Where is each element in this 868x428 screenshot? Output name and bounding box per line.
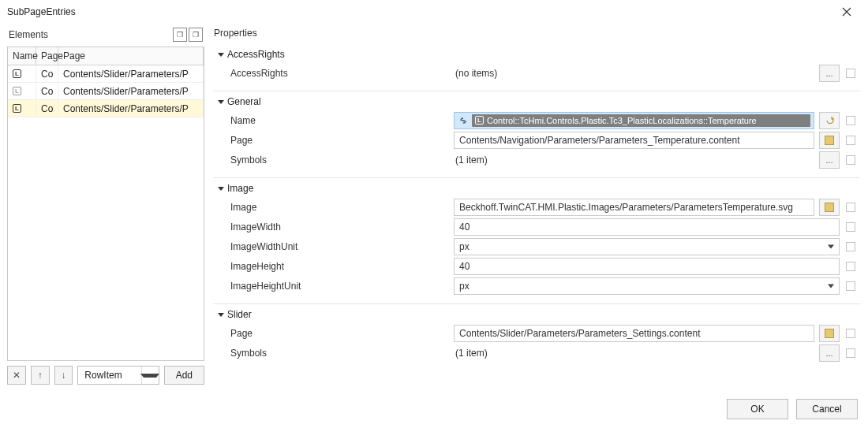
group-head-image[interactable]: Image bbox=[213, 180, 860, 197]
general-page-browse-button[interactable] bbox=[819, 132, 840, 149]
slider-page-browse-button[interactable] bbox=[819, 325, 840, 342]
group-head-general[interactable]: General bbox=[213, 93, 860, 110]
prop-name: Name Control::TcHmi.Controls.Plastic.Tc3… bbox=[213, 110, 860, 130]
grid-body: CoContents/Slider/Parameters/PCoContents… bbox=[8, 65, 204, 360]
elements-header-btn-2[interactable]: ❐ bbox=[189, 28, 203, 42]
imageheightunit-reset-check[interactable] bbox=[846, 281, 855, 291]
image-input[interactable] bbox=[454, 199, 814, 216]
slider-symbols-reset-check[interactable] bbox=[846, 348, 855, 358]
slider-symbols-ellipsis-button[interactable]: ... bbox=[819, 344, 840, 362]
chevron-down-icon bbox=[141, 367, 159, 384]
elements-label: Elements bbox=[9, 29, 48, 40]
prop-label-accessrights: AccessRights bbox=[230, 68, 447, 79]
row-col-path: Contents/Slider/Parameters/P bbox=[58, 65, 204, 82]
chevron-down-icon bbox=[828, 244, 834, 248]
accessrights-reset-check[interactable] bbox=[846, 69, 855, 78]
close-icon bbox=[842, 7, 851, 17]
imagewidthunit-reset-check[interactable] bbox=[846, 242, 855, 251]
group-general: General Name Control::TcHmi.Controls.Pla… bbox=[213, 91, 860, 177]
accessrights-ellipsis-button[interactable]: ... bbox=[819, 65, 840, 82]
dialog-footer: OK Cancel bbox=[1, 391, 867, 427]
prop-label-imagewidth: ImageWidth bbox=[230, 221, 447, 233]
grid-header-page-1[interactable]: Page bbox=[36, 47, 58, 65]
prop-label-general-symbols: Symbols bbox=[230, 154, 447, 166]
remove-button[interactable]: ✕ bbox=[7, 366, 26, 385]
table-row[interactable]: CoContents/Slider/Parameters/P bbox=[8, 65, 204, 83]
properties-label: Properties bbox=[214, 28, 257, 39]
row-col-code: Co bbox=[36, 83, 58, 99]
chevron-down-icon bbox=[218, 100, 224, 104]
image-browse-button[interactable] bbox=[819, 199, 840, 216]
move-up-button[interactable]: ↑ bbox=[31, 366, 50, 385]
grid-header-page-2[interactable]: Page bbox=[58, 47, 204, 65]
row-col-path: Contents/Slider/Parameters/P bbox=[58, 100, 204, 117]
prop-imagewidthunit: ImageWidthUnit px bbox=[213, 236, 860, 256]
window-title: SubPageEntries bbox=[7, 6, 832, 17]
image-reset-check[interactable] bbox=[846, 203, 855, 212]
prop-imageheight: ImageHeight bbox=[213, 256, 860, 276]
add-button[interactable]: Add bbox=[164, 366, 204, 385]
move-down-button[interactable]: ↓ bbox=[54, 366, 73, 385]
elements-header-btn-1[interactable]: ❐ bbox=[173, 28, 187, 42]
table-row[interactable]: CoContents/Slider/Parameters/P bbox=[8, 83, 204, 100]
name-reset-button[interactable] bbox=[819, 112, 840, 129]
imagewidth-reset-check[interactable] bbox=[846, 222, 855, 232]
group-title-accessrights: AccessRights bbox=[227, 49, 285, 60]
cancel-button[interactable]: Cancel bbox=[796, 399, 858, 419]
group-title-slider: Slider bbox=[227, 309, 252, 320]
imageheight-reset-check[interactable] bbox=[846, 262, 855, 271]
elements-panel: Elements ❐ ❐ Name Page Page CoContents/S… bbox=[7, 23, 204, 385]
prop-label-imageheight: ImageHeight bbox=[230, 261, 447, 272]
name-localized-input[interactable]: Control::TcHmi.Controls.Plastic.Tc3_Plas… bbox=[454, 112, 814, 129]
prop-label-general-page: Page bbox=[230, 135, 447, 146]
localization-icon bbox=[13, 69, 21, 78]
imagewidthunit-value: px bbox=[459, 241, 470, 252]
prop-image: Image bbox=[213, 197, 860, 217]
slider-page-input[interactable] bbox=[454, 325, 814, 342]
imagewidthunit-select[interactable]: px bbox=[454, 238, 840, 255]
elements-toolbar: ✕ ↑ ↓ RowItem Add bbox=[7, 366, 204, 385]
folder-icon bbox=[825, 136, 834, 145]
prop-label-name: Name bbox=[230, 115, 447, 126]
ok-button[interactable]: OK bbox=[727, 399, 788, 419]
chevron-down-icon bbox=[218, 313, 224, 317]
window-close-button[interactable] bbox=[832, 2, 861, 21]
folder-icon bbox=[825, 203, 834, 212]
prop-label-imageheightunit: ImageHeightUnit bbox=[230, 281, 447, 292]
general-page-reset-check[interactable] bbox=[846, 136, 855, 145]
prop-imagewidth: ImageWidth bbox=[213, 217, 860, 236]
properties-list: AccessRights AccessRights (no items) ... bbox=[212, 43, 861, 385]
imagewidth-input[interactable] bbox=[454, 218, 840, 236]
group-title-image: Image bbox=[227, 183, 253, 194]
slider-page-reset-check[interactable] bbox=[846, 329, 855, 338]
localization-icon bbox=[13, 87, 21, 95]
localization-icon bbox=[13, 104, 21, 113]
prop-label-slider-page: Page bbox=[230, 328, 447, 339]
chevron-down-icon bbox=[218, 187, 224, 191]
properties-header: Properties bbox=[212, 23, 861, 43]
table-row[interactable]: CoContents/Slider/Parameters/P bbox=[8, 100, 204, 117]
row-type-combo[interactable]: RowItem bbox=[77, 366, 159, 385]
chevron-down-icon bbox=[218, 53, 224, 57]
properties-panel: Properties AccessRights AccessRights (no… bbox=[212, 23, 861, 385]
prop-accessrights: AccessRights (no items) ... bbox=[213, 63, 860, 83]
reset-icon bbox=[825, 115, 835, 125]
general-page-input[interactable] bbox=[454, 132, 814, 149]
prop-label-imagewidthunit: ImageWidthUnit bbox=[230, 241, 447, 252]
general-symbols-ellipsis-button[interactable]: ... bbox=[819, 151, 840, 169]
chevron-down-icon bbox=[828, 284, 834, 288]
prop-slider-symbols: Symbols (1 item) ... bbox=[213, 343, 860, 363]
dialog-window: SubPageEntries Elements ❐ ❐ Name Page Pa… bbox=[0, 0, 868, 428]
grid-header-name[interactable]: Name bbox=[8, 47, 36, 65]
group-head-accessrights[interactable]: AccessRights bbox=[213, 46, 860, 63]
name-value: Control::TcHmi.Controls.Plastic.Tc3_Plas… bbox=[487, 116, 757, 125]
prop-value-accessrights: (no items) bbox=[454, 68, 814, 79]
name-reset-check[interactable] bbox=[846, 116, 855, 125]
folder-icon bbox=[825, 329, 834, 338]
group-head-slider[interactable]: Slider bbox=[213, 306, 860, 323]
imageheightunit-select[interactable]: px bbox=[454, 277, 840, 295]
imageheight-input[interactable] bbox=[454, 258, 840, 275]
row-type-combo-value: RowItem bbox=[78, 370, 128, 381]
general-symbols-reset-check[interactable] bbox=[846, 155, 855, 165]
elements-header: Elements ❐ ❐ bbox=[7, 23, 204, 47]
